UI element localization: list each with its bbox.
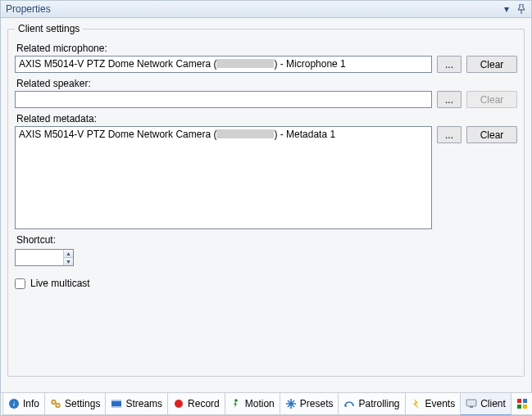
svg-rect-14 [523, 399, 527, 403]
pin-icon[interactable] [515, 2, 528, 16]
svg-point-10 [234, 399, 238, 402]
microphone-clear-button[interactable]: Clear [466, 56, 517, 73]
related-microphone-input[interactable]: AXIS M5014-V PTZ Dome Network Camera () … [15, 56, 432, 73]
related-speaker-label: Related speaker: [16, 78, 517, 89]
tab-client[interactable]: Client [461, 393, 512, 415]
film-icon [111, 398, 122, 409]
presets-icon [285, 398, 297, 409]
svg-rect-7 [111, 400, 121, 401]
panel-title: Properties [6, 1, 498, 17]
related-microphone-label: Related microphone: [16, 43, 517, 54]
speaker-browse-button[interactable]: ... [437, 91, 462, 108]
svg-rect-13 [517, 399, 521, 403]
svg-rect-16 [523, 405, 527, 409]
svg-point-3 [52, 401, 54, 403]
tab-privacy[interactable]: Priv [512, 393, 532, 415]
tab-record[interactable]: Record [168, 393, 225, 415]
redacted-text [216, 129, 274, 138]
metadata-browse-button[interactable]: ... [437, 126, 462, 143]
related-metadata-list[interactable]: AXIS M5014-V PTZ Dome Network Camera () … [15, 126, 432, 229]
redacted-text [216, 59, 274, 68]
events-icon [411, 398, 422, 409]
motion-icon [230, 398, 242, 409]
shortcut-spin-up[interactable]: ▲ [64, 250, 73, 258]
tab-patrolling[interactable]: Patrolling [339, 393, 405, 415]
microphone-browse-button[interactable]: ... [437, 56, 462, 73]
metadata-clear-button[interactable]: Clear [466, 126, 517, 143]
svg-rect-12 [470, 406, 473, 408]
patrolling-icon [343, 398, 355, 409]
client-settings-group: Client settings Related microphone: AXIS… [7, 23, 525, 377]
shortcut-input[interactable] [16, 250, 63, 265]
tab-settings[interactable]: Settings [45, 393, 106, 415]
tab-streams[interactable]: Streams [106, 393, 168, 415]
record-icon [173, 398, 184, 409]
shortcut-label: Shortcut: [16, 234, 517, 246]
info-icon: i [8, 398, 20, 409]
speaker-clear-button[interactable]: Clear [466, 91, 517, 108]
svg-point-5 [57, 405, 58, 406]
related-speaker-input[interactable] [15, 91, 432, 108]
tab-events[interactable]: Events [406, 393, 462, 415]
panel-header: Properties ▾ [1, 1, 531, 18]
gear-icon [50, 398, 61, 409]
svg-rect-11 [466, 400, 476, 406]
monitor-icon [466, 398, 477, 409]
tab-motion[interactable]: Motion [225, 393, 280, 415]
tab-strip: i Info Settings Streams Record [1, 392, 531, 415]
live-multicast-label: Live multicast [30, 278, 90, 289]
shortcut-stepper[interactable]: ▲ ▼ [15, 249, 74, 266]
svg-point-9 [175, 400, 183, 408]
grid-icon [516, 398, 528, 409]
dropdown-icon[interactable]: ▾ [500, 2, 513, 16]
svg-rect-8 [111, 406, 121, 408]
panel-body: Client settings Related microphone: AXIS… [1, 18, 531, 392]
tab-info[interactable]: i Info [2, 393, 45, 415]
related-metadata-label: Related metadata: [16, 113, 517, 124]
svg-rect-15 [517, 405, 521, 409]
client-settings-legend: Client settings [15, 23, 83, 34]
shortcut-spin-down[interactable]: ▼ [64, 258, 73, 265]
tab-presets[interactable]: Presets [280, 393, 339, 415]
live-multicast-checkbox[interactable] [15, 278, 25, 289]
list-item[interactable]: AXIS M5014-V PTZ Dome Network Camera () … [19, 129, 428, 140]
properties-panel: Properties ▾ Client settings Related mic… [0, 0, 532, 416]
